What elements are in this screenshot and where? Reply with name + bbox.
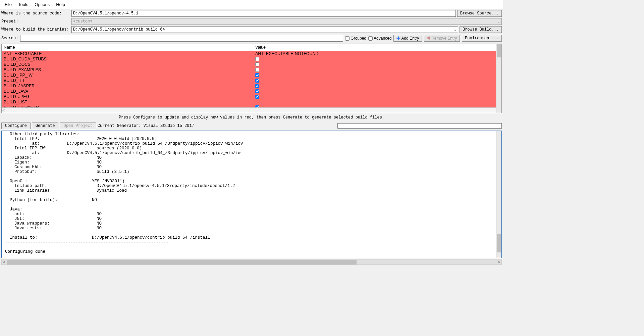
cell-name: BUILD_ITT	[2, 78, 253, 83]
plus-icon: ✚	[396, 36, 400, 40]
source-input[interactable]	[71, 10, 456, 17]
table-header-name[interactable]: Name	[2, 44, 253, 51]
cell-value[interactable]	[253, 62, 501, 66]
log-line	[5, 174, 500, 179]
browse-source-button[interactable]: Browse Source...	[457, 10, 502, 17]
label-source: Where is the source code:	[1, 11, 70, 16]
log-line	[5, 231, 500, 235]
log-line: Lapack:NO	[5, 155, 500, 160]
cell-value[interactable]: ANT_EXECUTABLE-NOTFOUND	[253, 51, 501, 56]
table-row[interactable]: BUILD_LIST	[2, 99, 501, 105]
cell-name: BUILD_LIST	[2, 100, 253, 104]
x-icon: ✖	[427, 36, 431, 40]
log-line	[5, 245, 500, 249]
table-row[interactable]: BUILD_EXAMPLES	[2, 67, 501, 73]
log-line: Link libraries:Dynamic load	[5, 188, 500, 193]
table-row[interactable]: BUILD_IPP_IW	[2, 73, 501, 78]
log-line: Install to:D:/OpenCV4.5.1/opencv/contrib…	[5, 235, 500, 240]
table-header-value[interactable]: Value	[253, 44, 501, 51]
remove-entry-button[interactable]: ✖Remove Entry	[424, 35, 460, 42]
cell-name: BUILD_EXAMPLES	[2, 67, 253, 72]
menu-tools[interactable]: Tools	[15, 1, 31, 8]
label-search: Search:	[1, 36, 18, 41]
log-line: Eigen:NO	[5, 160, 500, 165]
cell-name: BUILD_CUDA_STUBS	[2, 57, 253, 61]
table-row[interactable]: ANT_EXECUTABLEANT_EXECUTABLE-NOTFOUND	[2, 51, 501, 56]
table-row[interactable]: BUILD_ITT	[2, 78, 501, 83]
cell-name: BUILD_JASPER	[2, 84, 253, 88]
table-row[interactable]: BUILD_JAVA	[2, 89, 501, 94]
preset-value: <custom>	[73, 19, 93, 24]
menu-bar: File Tools Options Help	[0, 0, 503, 9]
cell-value[interactable]	[253, 95, 501, 99]
generator-label: Current Generator: Visual Studio 15 2017	[98, 124, 194, 128]
log-line: at:D:/OpenCV4.5.1/opencv/contrib_build_6…	[5, 151, 500, 155]
table-scrollbar[interactable]	[496, 44, 501, 113]
label-build: Where to build the binaries:	[1, 27, 70, 32]
table-row[interactable]: BUILD_DOCS	[2, 62, 501, 67]
preset-select[interactable]: <custom> ⌵	[71, 18, 502, 25]
add-entry-button[interactable]: ✚Add Entry	[393, 35, 422, 42]
output-log: Other third-party libraries:Intel IPP:20…	[1, 131, 502, 258]
log-line: Intel IPP:2020.0.0 Gold [2020.0.0]	[5, 137, 500, 141]
log-line: Other third-party libraries:	[5, 132, 500, 137]
build-value: D:/OpenCV4.5.1/opencv/contrib_build_64_	[73, 27, 167, 32]
cell-value[interactable]	[253, 68, 501, 72]
chevron-down-icon: ⌵	[498, 19, 500, 24]
search-input[interactable]	[20, 35, 343, 42]
cell-name: BUILD_DOCS	[2, 62, 253, 67]
cell-value[interactable]	[253, 79, 501, 83]
configure-button[interactable]: Configure	[1, 123, 31, 129]
menu-help[interactable]: Help	[53, 1, 68, 8]
progress-bar	[337, 123, 502, 129]
browse-build-button[interactable]: Browse Build...	[460, 26, 502, 33]
cell-value[interactable]	[253, 57, 501, 61]
label-preset: Preset:	[1, 19, 70, 24]
advanced-checkbox[interactable]: Advanced	[368, 36, 391, 41]
log-line: OpenCL:YES (NVD3D11)	[5, 179, 500, 184]
menu-file[interactable]: File	[2, 1, 14, 8]
log-line: Java wrappers:NO	[5, 221, 500, 226]
log-line: Intel IPP IW:sources (2020.0.0)	[5, 146, 500, 151]
log-line: JNI:NO	[5, 217, 500, 221]
build-select[interactable]: D:/OpenCV4.5.1/opencv/contrib_build_64_ …	[71, 26, 458, 33]
log-line: Include path:D:/OpenCV4.5.1/opencv-4.5.1…	[5, 184, 500, 188]
cell-name: ANT_EXECUTABLE	[2, 51, 253, 56]
cell-value[interactable]	[253, 89, 501, 93]
log-line: Java tests:NO	[5, 226, 500, 231]
log-line: Protobuf:build (3.5.1)	[5, 170, 500, 174]
cell-name: BUILD_IPP_IW	[2, 73, 253, 78]
cache-table: Name Value ANT_EXECUTABLEANT_EXECUTABLE-…	[1, 44, 502, 113]
cell-value[interactable]	[253, 73, 501, 77]
hint-message: Press Configure to update and display ne…	[0, 113, 503, 122]
environment-button[interactable]: Environment...	[462, 35, 502, 42]
table-row[interactable]: BUILD_OPENEXR	[2, 105, 501, 107]
table-hscroll[interactable]: <>	[2, 107, 501, 113]
log-line: Java:	[5, 207, 500, 212]
cell-name: BUILD_JPEG	[2, 94, 253, 99]
chevron-down-icon: ⌵	[454, 27, 457, 32]
grouped-checkbox[interactable]: Grouped	[345, 36, 366, 41]
cell-value[interactable]	[253, 84, 501, 88]
table-row[interactable]: BUILD_JASPER	[2, 83, 501, 89]
cell-value[interactable]	[253, 105, 501, 107]
log-line: Custom HAL:NO	[5, 165, 500, 170]
log-line: Python (for build):NO	[5, 198, 500, 202]
log-line: ant:NO	[5, 212, 500, 217]
cell-name: BUILD_JAVA	[2, 89, 253, 94]
cell-name: BUILD_OPENEXR	[2, 105, 253, 107]
log-line	[5, 193, 500, 198]
log-line	[5, 202, 500, 207]
log-hscroll[interactable]: <>	[1, 259, 502, 265]
log-line: at:D:/OpenCV4.5.1/opencv/contrib_build_6…	[5, 141, 500, 146]
log-line: ----------------------------------------…	[5, 240, 500, 245]
table-row[interactable]: BUILD_JPEG	[2, 94, 501, 99]
open-project-button[interactable]: Open Project	[60, 123, 96, 129]
log-scrollbar[interactable]	[496, 131, 501, 258]
menu-options[interactable]: Options	[32, 1, 52, 8]
table-row[interactable]: BUILD_CUDA_STUBS	[2, 56, 501, 62]
generate-button[interactable]: Generate	[32, 123, 59, 129]
log-line: Configuring done	[5, 249, 500, 254]
